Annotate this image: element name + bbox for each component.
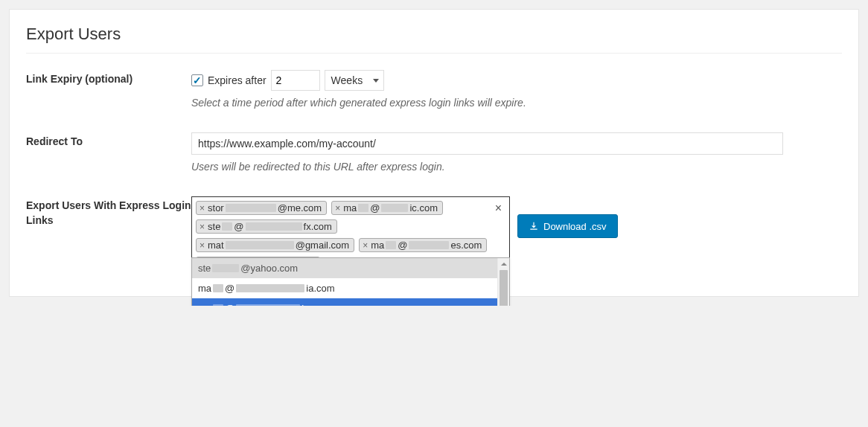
- export-users-panel: Export Users Link Expiry (optional) ✓ Ex…: [9, 9, 859, 297]
- suggestion-item[interactable]: ma@le.com: [192, 298, 497, 306]
- download-csv-label: Download .csv: [543, 221, 607, 232]
- remove-tag-icon[interactable]: ×: [198, 203, 206, 214]
- expiry-unit-select[interactable]: Weeks: [325, 70, 385, 91]
- expires-after-checkbox[interactable]: ✓: [191, 74, 203, 86]
- selected-user-tag[interactable]: ×mat@gmail.com: [196, 238, 354, 252]
- expiry-value-input[interactable]: [271, 70, 320, 91]
- scroll-up-icon[interactable]: [498, 258, 509, 270]
- remove-tag-icon[interactable]: ×: [334, 203, 342, 214]
- expiry-unit-value: Weeks: [331, 74, 363, 86]
- remove-tag-icon[interactable]: ×: [198, 222, 206, 232]
- redirect-to-row: Redirect To Users will be redirected to …: [26, 132, 842, 173]
- redirect-to-field: Users will be redirected to this URL aft…: [191, 132, 842, 173]
- suggestions-list: ste@yahoo.comma@ia.comma@le.comma@ia.com…: [192, 258, 497, 306]
- suggestion-item: ste@yahoo.com: [192, 258, 497, 278]
- download-csv-button[interactable]: Download .csv: [517, 214, 618, 238]
- link-expiry-row: Link Expiry (optional) ✓ Expires after W…: [26, 70, 842, 109]
- clear-all-icon[interactable]: ×: [492, 202, 505, 215]
- export-users-row: Export Users With Express Login Links × …: [26, 196, 842, 275]
- selected-user-tag[interactable]: ×ma@ic.com: [331, 201, 443, 215]
- scroll-thumb[interactable]: [500, 270, 508, 306]
- link-expiry-field: ✓ Expires after Weeks Select a time peri…: [191, 70, 842, 109]
- page-title: Export Users: [26, 25, 842, 54]
- selected-user-tag[interactable]: ×ma@es.com: [359, 238, 487, 252]
- link-expiry-hint: Select a time period after which generat…: [191, 97, 842, 109]
- redirect-to-label: Redirect To: [26, 132, 191, 150]
- dropdown-scrollbar[interactable]: [497, 258, 509, 306]
- selected-user-tag[interactable]: ×ste@fx.com: [196, 219, 337, 234]
- redirect-to-input[interactable]: [191, 132, 783, 155]
- export-users-label: Export Users With Express Login Links: [26, 196, 191, 228]
- link-expiry-label: Link Expiry (optional): [26, 70, 191, 87]
- suggestion-item[interactable]: ma@ia.com: [192, 278, 497, 298]
- selected-user-tag[interactable]: ×stor@me.com: [196, 201, 327, 215]
- users-suggestions-dropdown: ste@yahoo.comma@ia.comma@le.comma@ia.com…: [191, 257, 510, 306]
- expires-after-wrapper: ✓ Expires after Weeks: [191, 70, 384, 91]
- remove-tag-icon[interactable]: ×: [198, 240, 206, 251]
- download-icon: [529, 221, 539, 231]
- remove-tag-icon[interactable]: ×: [361, 240, 369, 251]
- redirect-to-hint: Users will be redirected to this URL aft…: [191, 161, 842, 173]
- expires-after-label: Expires after: [208, 74, 267, 86]
- chevron-down-icon: [373, 79, 379, 83]
- export-users-field: × ×stor@me.com×ma@ic.com×ste@fx.com×mat@…: [191, 196, 842, 275]
